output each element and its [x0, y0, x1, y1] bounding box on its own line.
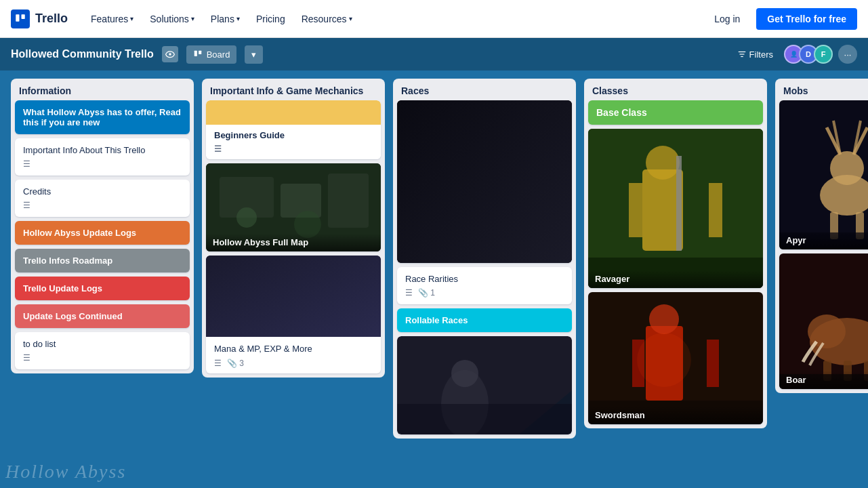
card-race-rarities[interactable]: Race Rarities ☰ 📎 1 — [397, 267, 572, 304]
visibility-icon[interactable] — [162, 46, 178, 62]
nav-features[interactable]: Features ▾ — [84, 9, 140, 28]
attachment-icon: 📎 1 — [418, 288, 435, 298]
nav-resources[interactable]: Resources ▾ — [295, 9, 359, 28]
card-ravager[interactable]: Ravager — [588, 129, 763, 288]
list-cards-important-info: Beginners Guide ☰ — [202, 100, 385, 378]
board-title: Hollowed Community Trello — [11, 48, 154, 60]
top-nav: Trello Features ▾ Solutions ▾ Plans ▾ Pr… — [0, 0, 868, 38]
ravager-image: Ravager — [588, 129, 763, 288]
more-options-button[interactable]: ··· — [838, 45, 857, 64]
card-beginners-guide[interactable]: Beginners Guide ☰ — [206, 100, 381, 159]
description-icon: ☰ — [23, 201, 30, 210]
card-trello-infos-roadmap[interactable]: Trello Infos Roadmap — [15, 249, 190, 272]
card-todo-list[interactable]: to do list ☰ — [15, 332, 190, 369]
list-races: Races — [393, 79, 576, 439]
nav-pricing[interactable]: Pricing — [249, 9, 292, 28]
description-icon: ☰ — [214, 359, 222, 368]
card-trello-update-logs[interactable]: Trello Update Logs — [15, 277, 190, 300]
svg-rect-3 — [194, 51, 197, 56]
svg-point-12 — [236, 207, 257, 228]
svg-point-2 — [169, 53, 171, 56]
boar-label: Boar — [779, 371, 868, 389]
list-header-races: Races — [393, 79, 576, 100]
description-icon: ☰ — [23, 159, 30, 169]
nav-links: Features ▾ Solutions ▾ Plans ▾ Pricing R… — [84, 9, 706, 28]
boar-image: Boar — [779, 253, 868, 389]
svg-rect-29 — [676, 156, 682, 251]
apyr-image: Apyr — [779, 100, 868, 249]
svg-point-20 — [451, 360, 478, 387]
list-important-info: Important Info & Game Mechanics Beginner… — [202, 79, 385, 378]
svg-rect-27 — [709, 183, 722, 237]
chevron-down-icon: ▾ — [191, 15, 194, 22]
description-icon: ☰ — [405, 288, 413, 298]
ravager-bg — [588, 129, 763, 288]
svg-rect-11 — [328, 174, 369, 228]
trello-logo[interactable]: Trello — [11, 9, 68, 28]
avatar-3[interactable]: F — [814, 45, 833, 64]
svg-rect-15 — [206, 256, 381, 337]
map-label: Hollow Abyss Full Map — [206, 233, 381, 251]
svg-rect-22 — [397, 404, 572, 434]
card-race-dark[interactable] — [397, 100, 572, 263]
swordsman-image: Swordsman — [588, 292, 763, 424]
svg-point-39 — [830, 151, 864, 185]
chevron-down-icon: ▾ — [130, 15, 133, 22]
filters-button[interactable]: Filters — [732, 47, 779, 62]
board-view-toggle[interactable]: ▾ — [245, 45, 263, 64]
card-rollable-races[interactable]: Rollable Races — [397, 308, 572, 332]
svg-rect-0 — [16, 14, 19, 22]
svg-point-32 — [649, 304, 679, 334]
svg-point-25 — [646, 146, 680, 180]
card-mana-mp[interactable]: Mana & MP, EXP & More ☰ 📎 3 — [206, 256, 381, 373]
card-update-logs-continued[interactable]: Update Logs Continued — [15, 304, 190, 328]
ravager-label: Ravager — [588, 270, 763, 288]
list-cards-mobs: Apyr — [775, 100, 868, 393]
svg-point-35 — [637, 333, 691, 387]
swordsman-label: Swordsman — [588, 406, 763, 424]
description-icon: ☰ — [23, 353, 30, 363]
watermark: Hollow Abyss — [0, 455, 183, 488]
attachment-icon: 📎 3 — [227, 359, 244, 368]
card-hollow-abyss-update-logs[interactable]: Hollow Abyss Update Logs — [15, 221, 190, 245]
trello-logo-text: Trello — [35, 12, 68, 26]
card-boar[interactable]: Boar — [779, 253, 868, 389]
list-information: Information What Hollow Abyss has to off… — [11, 79, 194, 373]
card-beginners-guide-text: Beginners Guide ☰ — [206, 125, 381, 159]
board-header-right: Filters 👤 D F ··· — [732, 45, 857, 64]
svg-rect-34 — [707, 340, 719, 387]
card-swordsman[interactable]: Swordsman — [588, 292, 763, 424]
card-important-info[interactable]: Important Info About This Trello ☰ — [15, 138, 190, 176]
card-credits[interactable]: Credits ☰ — [15, 180, 190, 217]
chevron-down-icon: ▾ — [349, 15, 352, 22]
trello-logo-icon — [11, 9, 30, 28]
board-button[interactable]: Board — [186, 45, 237, 64]
card-apyr[interactable]: Apyr — [779, 100, 868, 249]
list-classes: Classes Base Class — [584, 79, 767, 428]
yellow-bar — [206, 100, 381, 125]
login-button[interactable]: Log in — [706, 9, 748, 28]
board-header: Hollowed Community Trello Board ▾ Filter… — [0, 38, 868, 70]
list-cards-races: Race Rarities ☰ 📎 1 Rollable Races — [393, 100, 576, 439]
list-header-classes: Classes — [584, 79, 767, 100]
board-avatars: 👤 D F — [784, 45, 833, 64]
list-header-mobs: Mobs — [775, 79, 868, 100]
list-cards-classes: Base Class — [584, 100, 767, 428]
chevron-down-icon: ▾ — [236, 15, 240, 22]
list-header-information: Information — [11, 79, 194, 100]
list-mobs: Mobs — [775, 79, 868, 393]
svg-rect-26 — [629, 183, 642, 237]
card-hollow-abyss-offer[interactable]: What Hollow Abyss has to offer, Read thi… — [15, 100, 190, 134]
nav-plans[interactable]: Plans ▾ — [204, 9, 247, 28]
card-race-character[interactable] — [397, 336, 572, 434]
card-full-map[interactable]: Hollow Abyss Full Map — [206, 163, 381, 251]
card-base-class[interactable]: Base Class — [588, 100, 763, 125]
list-cards-information: What Hollow Abyss has to offer, Read thi… — [11, 100, 194, 373]
description-icon: ☰ — [214, 144, 222, 154]
svg-rect-17 — [397, 100, 572, 263]
nav-solutions[interactable]: Solutions ▾ — [143, 9, 201, 28]
get-trello-button[interactable]: Get Trello for free — [756, 8, 857, 30]
nav-right: Log in Get Trello for free — [706, 8, 857, 30]
apyr-label: Apyr — [779, 231, 868, 249]
svg-rect-4 — [199, 51, 201, 54]
